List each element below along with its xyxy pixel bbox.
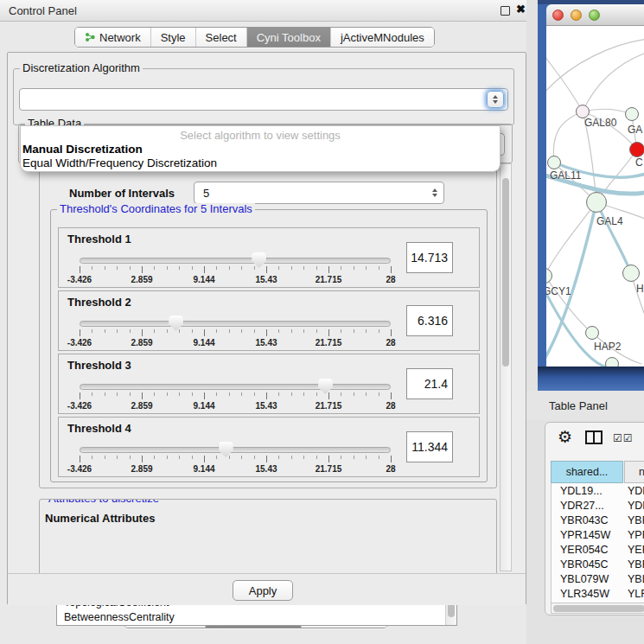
tab-style[interactable]: Style <box>150 28 195 47</box>
tab-cyni-toolbox[interactable]: Cyni Toolbox <box>246 28 330 47</box>
cell-shared-name[interactable]: YBR043C <box>552 514 624 526</box>
algorithm-select-stepper[interactable] <box>487 91 504 108</box>
tick-mark <box>216 266 217 270</box>
mac-minimize-icon[interactable] <box>571 10 582 21</box>
slider-track[interactable] <box>80 321 391 327</box>
algorithm-select[interactable] <box>19 88 508 111</box>
close-icon[interactable]: ✖ <box>516 3 526 16</box>
cell-shared-name[interactable]: YDL19... <box>552 485 624 497</box>
cell-shared-name[interactable]: YBR045C <box>552 558 624 571</box>
cell-shared-name[interactable]: YDR27... <box>552 500 624 512</box>
number-of-intervals-select[interactable]: 5 <box>194 182 444 204</box>
cell-name[interactable]: YER0 <box>624 544 644 556</box>
tick-mark <box>241 456 242 459</box>
algorithm-option-equal-width[interactable]: Equal Width/Frequency Discretization <box>22 156 217 169</box>
network-node[interactable] <box>585 326 599 340</box>
tick-mark <box>204 266 205 273</box>
cell-shared-name[interactable]: YLR345W <box>552 588 624 600</box>
cell-name[interactable]: YBR0 <box>624 558 644 571</box>
panel-scrollbar-thumb[interactable] <box>502 178 509 367</box>
threshold-value-field[interactable]: 6.316 <box>406 305 453 336</box>
tab-select[interactable]: Select <box>195 28 246 47</box>
cell-shared-name[interactable]: YER054C <box>552 544 624 556</box>
tick-mark <box>266 456 267 462</box>
attribute-item[interactable]: BetweennessCentrality <box>57 610 456 625</box>
table-scrollbar-thumb[interactable] <box>553 605 644 612</box>
stepper-up-icon <box>493 95 498 99</box>
column-header-name[interactable]: na <box>624 461 644 483</box>
checkbox-icons[interactable]: ☑☑ <box>613 432 634 444</box>
threshold-slider[interactable]: -3.4262.8599.14415.4321.71528 <box>80 379 391 411</box>
tick-label: -3.426 <box>67 464 92 474</box>
tick-label: 28 <box>386 401 395 411</box>
threshold-slider[interactable]: -3.4262.8599.14415.4321.71528 <box>80 252 391 285</box>
tick-mark <box>278 329 279 333</box>
tab-network[interactable]: Network <box>75 28 150 47</box>
float-window-icon[interactable] <box>501 6 510 16</box>
table-rows[interactable]: YDL19...YDL1YDR27...YDR2YBR043CYBR0YPR14… <box>551 483 644 603</box>
table-row[interactable]: YDL19...YDL1 <box>552 483 644 498</box>
panel-vertical-scrollbar[interactable] <box>500 163 512 571</box>
tick-mark <box>241 329 242 333</box>
threshold-slider[interactable]: -3.4262.8599.14415.4321.71528 <box>80 316 391 348</box>
slider-track[interactable] <box>80 258 391 264</box>
network-node[interactable] <box>622 265 640 282</box>
table-row[interactable]: YBL079WYBL0 <box>552 571 644 586</box>
network-node[interactable] <box>625 107 639 121</box>
threshold-label: Threshold 3 <box>67 359 131 372</box>
cell-name[interactable]: YLR3 <box>624 588 644 600</box>
mac-zoom-icon[interactable] <box>589 10 600 21</box>
tick-label: 21.715 <box>316 464 342 474</box>
network-node[interactable] <box>547 156 561 169</box>
threshold-value-field[interactable]: 11.344 <box>406 431 453 462</box>
table-row[interactable]: YER054CYER0 <box>552 542 644 557</box>
threshold-value-field[interactable]: 14.713 <box>406 242 453 273</box>
slider-tick-labels: -3.4262.8599.14415.4321.71528 <box>80 275 391 285</box>
number-of-intervals-stepper[interactable] <box>432 188 437 197</box>
table-row[interactable]: YBR043CYBR0 <box>552 513 644 527</box>
network-node[interactable] <box>586 192 607 213</box>
mac-close-icon[interactable] <box>552 10 564 21</box>
gear-icon[interactable]: ⚙ <box>558 426 572 449</box>
cell-name[interactable]: YBR0 <box>624 514 644 526</box>
slider-tick-labels: -3.4262.8599.14415.4321.71528 <box>80 464 391 475</box>
tick-mark <box>341 266 341 270</box>
tick-mark <box>379 392 379 396</box>
slider-track[interactable] <box>80 384 391 390</box>
slider-tick-labels: -3.4262.8599.14415.4321.71528 <box>80 401 391 411</box>
tick-mark <box>366 266 367 270</box>
cell-name[interactable]: YPR1 <box>624 529 644 541</box>
tick-mark <box>229 266 230 270</box>
network-node[interactable] <box>605 357 619 367</box>
tick-mark <box>354 266 354 270</box>
network-canvas[interactable]: GAL80GACGAL11GAL4GCY1HHAP2 <box>546 26 644 367</box>
tick-mark <box>105 456 105 459</box>
network-node-label: GA <box>628 124 642 136</box>
cell-shared-name[interactable]: YBL079W <box>552 573 624 585</box>
threshold-slider[interactable]: -3.4262.8599.14415.4321.71528 <box>80 442 391 475</box>
cell-shared-name[interactable]: YPR145W <box>552 529 624 541</box>
split-columns-icon[interactable] <box>585 430 603 444</box>
tab-jactivemnodules-label: jActiveMNodules <box>341 31 424 44</box>
table-row[interactable]: YLR345WYLR3 <box>552 586 644 601</box>
cell-name[interactable]: YDL1 <box>624 485 644 497</box>
column-header-shared-name[interactable]: shared... <box>551 461 623 483</box>
network-node[interactable] <box>629 142 644 157</box>
algorithm-option-manual[interactable]: Manual Discretization <box>22 143 143 156</box>
table-row[interactable]: YBR045CYBR0 <box>552 557 644 571</box>
tab-jactivemnodules[interactable]: jActiveMNodules <box>330 28 434 47</box>
cell-name[interactable]: YBL0 <box>624 573 644 585</box>
tick-mark <box>216 329 217 333</box>
table-row[interactable]: YPR145WYPR1 <box>552 527 644 542</box>
cell-name[interactable]: YDR2 <box>624 500 644 512</box>
control-panel-window: Control Panel ✖ Network Style Select Cyn… <box>0 0 530 644</box>
tick-mark <box>142 392 143 399</box>
control-panel-titlebar: Control Panel ✖ <box>0 0 529 22</box>
tick-mark <box>354 392 354 396</box>
table-row[interactable]: YDR27...YDR2 <box>552 498 644 513</box>
apply-button[interactable]: Apply <box>233 580 293 601</box>
number-of-intervals-value: 5 <box>203 187 209 200</box>
slider-track[interactable] <box>80 447 391 453</box>
table-horizontal-scrollbar[interactable] <box>551 603 644 614</box>
threshold-value-field[interactable]: 21.4 <box>406 368 453 399</box>
